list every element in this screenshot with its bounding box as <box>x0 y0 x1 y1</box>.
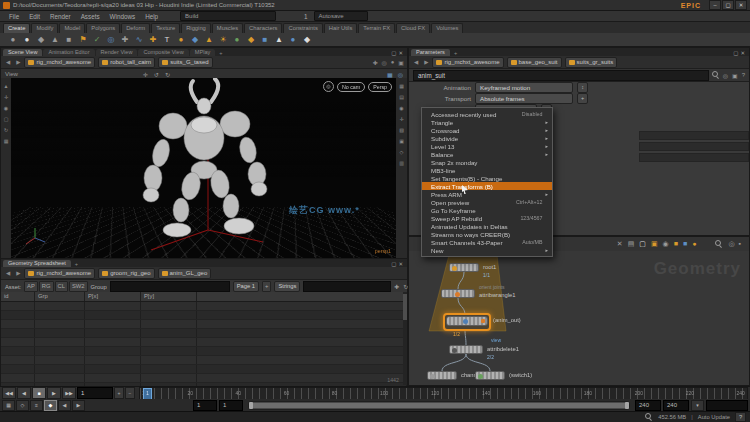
playback-option-icon[interactable]: ◆ <box>44 400 57 411</box>
pathbar-icon[interactable]: ✚ <box>372 59 377 66</box>
group-input[interactable] <box>110 281 230 292</box>
range-handle-right[interactable] <box>625 402 629 409</box>
column-header[interactable]: id <box>1 292 35 301</box>
update-mode[interactable]: Auto Update <box>698 414 730 420</box>
menu-item[interactable]: MB3-line ▸ <box>422 166 552 174</box>
menu-item[interactable]: New ▸ <box>422 246 552 254</box>
pathbar-icon[interactable]: ● <box>391 59 395 66</box>
menubar-item[interactable]: Windows <box>105 13 141 20</box>
pane-tab[interactable]: Scene View <box>3 49 42 56</box>
network-tool-icon[interactable]: ■ <box>683 240 687 248</box>
frame-step-up[interactable]: + <box>114 387 124 399</box>
shelf-tool-icon[interactable]: ◆ <box>34 33 48 47</box>
node-anim-out-selected[interactable] <box>443 313 491 331</box>
viewport-3d[interactable]: ▲✛◉▢↻▦ ▦▤◉✛▧▣◇▥ ◎ No cam Persp 绘艺CG www.… <box>1 78 407 259</box>
shelf-tool-icon[interactable]: ● <box>230 33 244 47</box>
attr-class-toggle[interactable]: CL <box>55 281 68 292</box>
shelf-tool-icon[interactable]: ✚ <box>118 33 132 47</box>
forward-button[interactable]: ▶ <box>14 59 22 65</box>
table-row[interactable] <box>1 338 407 347</box>
range-options-combo[interactable]: ▾ <box>691 400 704 411</box>
camera-menu-button[interactable]: ◎ <box>323 81 334 92</box>
node-channels[interactable] <box>427 371 457 380</box>
menubar-item[interactable]: Render <box>45 13 76 20</box>
shelf-tab[interactable]: Create <box>3 23 30 33</box>
playback-option-icon[interactable]: ◇ <box>16 400 29 411</box>
shelf-tool-icon[interactable]: ● <box>286 33 300 47</box>
shelf-tab[interactable]: Muscles <box>212 23 243 33</box>
node-name-field[interactable]: anim_suit <box>413 70 709 81</box>
path-chip[interactable]: rig_mchxt_awesome <box>432 57 503 68</box>
view-tool-icon[interactable]: ◉ <box>4 105 8 111</box>
transport-button[interactable]: ◀◀ <box>2 387 16 399</box>
shelf-tool-icon[interactable]: ● <box>20 33 34 47</box>
table-row[interactable] <box>1 311 407 320</box>
menu-item[interactable]: Crossroad ▸ <box>422 126 552 134</box>
menu-item[interactable]: Accessed recently used Disabled ▸ <box>422 110 552 118</box>
table-row[interactable] <box>1 365 407 374</box>
help-button[interactable]: ? <box>735 412 746 422</box>
menubar-item[interactable]: Assets <box>76 13 105 20</box>
network-search-icon[interactable] <box>715 240 723 248</box>
transport-button[interactable]: ■ <box>32 387 46 399</box>
menu-item[interactable]: Go To Keyframe ▸ <box>422 206 552 214</box>
shelf-tool-icon[interactable]: T <box>160 33 174 47</box>
display-option-icon[interactable]: ▥ <box>399 160 404 166</box>
pane-control-icon[interactable]: ✕ <box>740 50 745 56</box>
pane-tab[interactable]: Geometry Spreadsheet <box>3 260 71 267</box>
shelf-tool-icon[interactable]: ∿ <box>132 33 146 47</box>
param-header-icon[interactable]: ◎ <box>723 72 728 79</box>
path-chip[interactable]: base_geo_suit <box>507 57 562 68</box>
network-tool-icon[interactable]: ◎ <box>728 240 734 248</box>
shelf-tab[interactable]: Hair Utils <box>324 23 358 33</box>
back-button[interactable]: ◀ <box>412 59 420 65</box>
node-root[interactable] <box>449 263 479 272</box>
shelf-tab[interactable]: Polygons <box>86 23 120 33</box>
view-tool-icon[interactable]: ↻ <box>4 127 8 133</box>
pane-tab[interactable]: Composite View <box>138 49 188 56</box>
node-switch[interactable] <box>475 371 505 380</box>
shelf-tool-icon[interactable]: ● <box>6 33 20 47</box>
pane-control-icon[interactable]: ✕ <box>398 261 403 267</box>
menu-item[interactable]: Animated Updates in Deltas ▸ <box>422 222 552 230</box>
transport-button[interactable]: ▶ <box>47 387 61 399</box>
page-add-button[interactable]: + <box>262 281 271 292</box>
persp-pill[interactable]: Persp <box>368 82 392 92</box>
shelf-tab[interactable]: Texture <box>151 23 180 33</box>
pathbar-icon[interactable]: ▣ <box>398 59 404 66</box>
menu-item[interactable]: Subdivide ▸ <box>422 134 552 142</box>
table-row[interactable] <box>1 356 407 365</box>
attr-class-toggle[interactable]: SW2 <box>69 281 88 292</box>
table-row[interactable] <box>1 320 407 329</box>
range-slider-bar[interactable] <box>251 403 627 408</box>
param-header-icon[interactable]: ▣ <box>732 72 738 79</box>
attr-class-toggle[interactable]: AP <box>24 281 38 292</box>
range-preset-field[interactable] <box>706 400 748 411</box>
range-start-field[interactable]: 1 <box>193 400 217 411</box>
shelf-tab[interactable]: Deform <box>121 23 150 33</box>
menu-item[interactable]: Set Tangents(B) - Change ▸ <box>422 174 552 182</box>
viewport-header-icon[interactable]: ▦ <box>387 71 393 78</box>
path-chip[interactable]: suits_gr_suits <box>565 57 618 68</box>
network-tool-icon[interactable]: ✕ <box>617 240 623 248</box>
shelf-tool-icon[interactable]: ◆ <box>300 33 314 47</box>
shelf-tool-icon[interactable]: ◆ <box>188 33 202 47</box>
new-tab-button[interactable]: + <box>216 50 225 56</box>
pane-tab[interactable]: Render View <box>96 49 138 56</box>
forward-button[interactable]: ▶ <box>422 59 430 65</box>
window-button[interactable]: ✕ <box>735 0 747 10</box>
frame-step-down[interactable]: − <box>125 387 135 399</box>
shelf-tool-icon[interactable]: ▲ <box>48 33 62 47</box>
filter-input[interactable] <box>303 281 391 292</box>
status-search-icon[interactable] <box>645 413 653 421</box>
forward-button[interactable]: ▶ <box>14 270 22 276</box>
pane-control-icon[interactable]: ▢ <box>391 261 396 267</box>
transport-button[interactable]: ◀ <box>17 387 31 399</box>
shelf-tool-icon[interactable]: ◎ <box>104 33 118 47</box>
path-chip[interactable]: groom_rig_geo <box>98 268 154 279</box>
search-icon[interactable] <box>712 71 720 79</box>
column-header[interactable]: P[x] <box>85 292 141 301</box>
shelf-tool-icon[interactable]: ☀ <box>216 33 230 47</box>
shelf-tool-icon[interactable]: ● <box>174 33 188 47</box>
playback-option-icon[interactable]: ▦ <box>2 400 15 411</box>
